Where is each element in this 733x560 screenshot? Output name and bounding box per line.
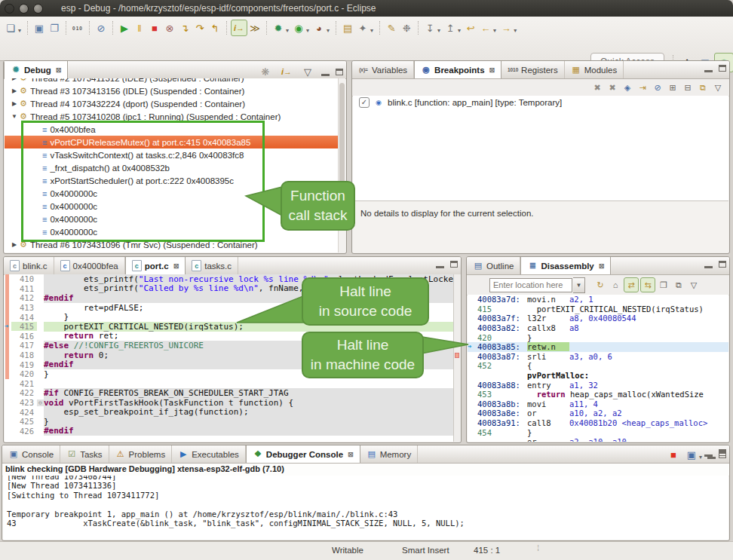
tree-expand-icon[interactable]: ▶ xyxy=(11,87,18,94)
step-into-icon[interactable]: ↴ xyxy=(177,20,192,35)
thread-row[interactable]: ▶⚙Thread #4 1073432224 (dport) (Suspende… xyxy=(5,97,345,110)
minimize-icon[interactable] xyxy=(704,266,713,268)
new-wizard-icon[interactable]: ❏ xyxy=(3,20,18,35)
tab-memory[interactable]: ▤Memory xyxy=(360,445,419,463)
disassembly-listing[interactable]: 40083a7d:movi.na2, 1415 portEXIT_CRITICA… xyxy=(468,295,728,442)
disassembly-line[interactable]: 40083a7f:l32ra8, 0x40080544 xyxy=(468,314,728,323)
console-output[interactable]: [New Thread 1073408744][New Thread 10734… xyxy=(3,476,728,540)
window-maximize-button[interactable] xyxy=(33,4,43,14)
thread-row[interactable]: ▶⚙Thread #2 1073411312 (IDLE) (Suspended… xyxy=(5,78,345,84)
dropdown-arrow-icon[interactable]: ▾ xyxy=(437,27,440,34)
tab-problems[interactable]: ⚠Problems xyxy=(109,445,173,463)
open-new-icon[interactable]: ⧉ xyxy=(672,278,685,292)
save-all-icon[interactable]: ❐ xyxy=(47,20,62,35)
disassembly-line[interactable]: ora2, a10, a10 xyxy=(468,437,728,442)
display-console-icon[interactable]: ▣ xyxy=(684,447,699,462)
tab-blink-c[interactable]: cblink.c xyxy=(4,257,54,274)
link-with-debug-icon[interactable]: ⧉ xyxy=(696,81,710,94)
goto-file-icon[interactable]: ⇥ xyxy=(636,81,649,94)
minimize-icon[interactable] xyxy=(436,266,444,268)
close-icon[interactable]: ⊠ xyxy=(173,262,179,270)
remove-breakpoint-icon[interactable]: ✖ xyxy=(590,81,604,94)
prev-annotation-icon[interactable]: ↥ xyxy=(443,20,458,35)
maximize-icon[interactable] xyxy=(719,65,726,72)
editor-line[interactable]: 421 xyxy=(5,379,460,389)
skip-breakpoints-icon[interactable]: ⊘ xyxy=(94,20,109,35)
tab-tasks[interactable]: ☑Tasks xyxy=(60,445,109,463)
sync-selection-icon[interactable]: ⇄ xyxy=(624,277,639,292)
minimize-icon[interactable] xyxy=(704,70,713,72)
tab-tasks-c[interactable]: ctasks.c xyxy=(186,257,238,274)
close-icon[interactable]: ⊠ xyxy=(489,66,495,74)
dropdown-arrow-icon[interactable]: ▾ xyxy=(370,27,373,34)
editor-line[interactable]: 422#if CONFIG_FREERTOS_BREAK_ON_SCHEDULE… xyxy=(5,388,460,398)
minimize-icon[interactable] xyxy=(321,74,330,76)
disassembly-line[interactable]: 454} xyxy=(468,427,728,437)
tab-disassembly[interactable]: ≣Disassembly⊠ xyxy=(520,257,611,274)
thread-row[interactable]: ▼⚙Thread #5 1073410208 (ipc1 : Running) … xyxy=(5,110,345,123)
instruction-step-mode-icon[interactable]: i→ xyxy=(279,64,294,79)
mark-occurrences-icon[interactable]: ✎ xyxy=(384,20,399,35)
dropdown-arrow-icon[interactable]: ▾ xyxy=(286,27,289,34)
tab-registers[interactable]: 1010Registers xyxy=(501,61,565,78)
profile-launch-icon[interactable]: ◕ xyxy=(311,20,327,35)
disassembly-line[interactable]: 40083a8e:ora10, a2, a2 xyxy=(468,409,728,418)
tree-expand-icon[interactable]: ▶ xyxy=(11,78,18,81)
breakpoint-row[interactable]: ✓ ◉ blink.c [function: app_main] [type: … xyxy=(353,96,728,109)
close-icon[interactable]: ⊠ xyxy=(348,451,354,458)
tab-console[interactable]: ▣Console xyxy=(2,445,60,463)
forward-icon[interactable]: → xyxy=(498,20,514,35)
back-icon[interactable]: ← xyxy=(478,20,493,35)
tab-port-c[interactable]: cport.c⊠ xyxy=(125,257,186,274)
disconnect-icon[interactable]: ⊗ xyxy=(162,20,177,35)
breakpoints-list[interactable]: ✓ ◉ blink.c [function: app_main] [type: … xyxy=(353,96,728,200)
stack-frame-row[interactable]: ≡vPortCPUReleaseMutex() at port.c:415 0x… xyxy=(5,136,345,148)
dropdown-arrow-icon[interactable]: ▾ xyxy=(18,27,21,34)
sync-context-icon[interactable]: ⇆ xyxy=(640,277,655,292)
next-annotation-icon[interactable]: ↧ xyxy=(422,20,437,35)
disassembly-line[interactable]: 40083a91:call80x40081b20 <heap_caps_mall… xyxy=(468,418,728,428)
remove-terminated-icon[interactable]: ❋ xyxy=(258,64,273,79)
terminate-icon[interactable]: ■ xyxy=(147,20,162,35)
dropdown-arrow-icon[interactable]: ▾ xyxy=(493,27,496,34)
last-edit-icon[interactable]: ↩ xyxy=(463,20,478,35)
tab-executables[interactable]: ▶Executables xyxy=(172,445,246,463)
tab-breakpoints[interactable]: ◉Breakpoints⊠ xyxy=(414,61,501,78)
tab-modules[interactable]: ▦Modules xyxy=(565,61,624,78)
overview-ruler[interactable] xyxy=(453,274,461,442)
binary-icon[interactable]: 010 xyxy=(70,20,85,35)
editor-line[interactable]: 423⊖void vPortFirstTaskHook(TaskFunction… xyxy=(5,398,460,408)
disassembly-line[interactable]: 452{ xyxy=(468,361,728,371)
external-tools-icon[interactable]: ✦ xyxy=(355,20,370,35)
disassembly-line[interactable]: 415 portEXIT_CRITICAL_NESTED(irqStatus) xyxy=(468,304,728,314)
tree-expand-icon[interactable]: ▼ xyxy=(11,113,18,120)
view-menu-icon[interactable]: ▽ xyxy=(687,278,701,292)
maximize-icon[interactable] xyxy=(719,261,726,268)
disassembly-line[interactable]: pvPortMalloc: xyxy=(468,371,728,381)
dropdown-arrow-icon[interactable]: ▾ xyxy=(458,27,461,34)
tab-0x4000bfea[interactable]: c0x4000bfea xyxy=(54,257,125,274)
editor-line[interactable]: 424 esp_set_breakpoint_if_jtag(function)… xyxy=(5,407,460,417)
stack-frame-row[interactable]: ≡_frxt_dispatch() at 0x4008532b xyxy=(5,161,345,174)
tree-expand-icon[interactable]: ▶ xyxy=(11,100,18,107)
open-element-icon[interactable]: ▤ xyxy=(340,20,355,35)
tab-outline[interactable]: ▤Outline xyxy=(467,257,520,274)
resume-icon[interactable]: ▶ xyxy=(117,20,132,35)
new-view-icon[interactable]: ❐ xyxy=(657,278,670,292)
show-supported-breakpoints-icon[interactable]: ◈ xyxy=(621,81,634,94)
maximize-icon[interactable] xyxy=(719,451,726,458)
thread-row[interactable]: ▶⚙Thread #6 1073431096 (Tmr Svc) (Suspen… xyxy=(5,238,345,251)
disassembly-line[interactable]: 40083a7d:movi.na2, 1 xyxy=(468,295,728,304)
tab-variables[interactable]: (x)=Variables xyxy=(352,61,414,78)
stack-frame-row[interactable]: ≡vTaskSwitchContext() at tasks.c:2,846 0… xyxy=(5,148,345,161)
close-icon[interactable]: ⊠ xyxy=(599,262,605,270)
tab-debug[interactable]: ✹ Debug⊠ xyxy=(4,61,68,78)
debug-launch-icon[interactable]: ✹ xyxy=(271,20,286,35)
disassembly-line[interactable]: 420} xyxy=(468,332,728,342)
window-minimize-button[interactable] xyxy=(19,4,29,14)
terminate-icon[interactable]: ■ xyxy=(666,447,681,462)
maximize-icon[interactable] xyxy=(336,69,343,75)
dropdown-arrow-icon[interactable]: ▾ xyxy=(327,27,330,34)
dropdown-arrow-icon[interactable]: ▾ xyxy=(514,27,517,34)
expand-all-icon[interactable]: ⊞ xyxy=(666,81,679,94)
